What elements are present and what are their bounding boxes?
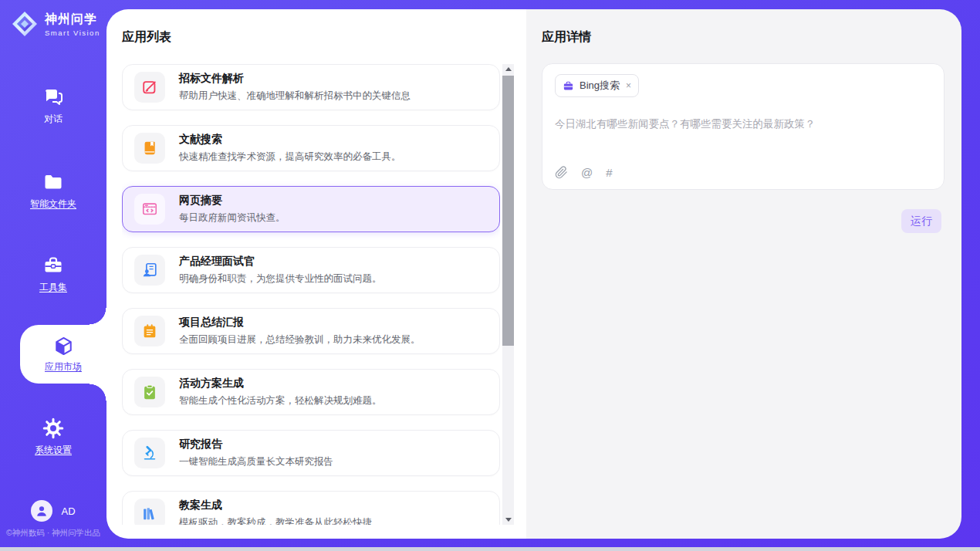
- sidebar-item-label: 应用市场: [45, 360, 82, 374]
- book-icon: [141, 140, 158, 157]
- app-name: 网页摘要: [179, 194, 286, 208]
- app-name: 研究报告: [179, 438, 333, 451]
- note-report-icon: [141, 323, 158, 340]
- list-item[interactable]: 文献搜索 快速精准查找学术资源，提高研究效率的必备工具。: [122, 125, 500, 171]
- app-detail-panel: 应用详情 Bing搜索 × 今日湖北有哪些新闻要点？有哪些需要关注的最新政策？: [526, 9, 961, 539]
- app-name: 招标文件解析: [179, 72, 411, 86]
- gear-icon: [42, 417, 64, 439]
- clipboard-check-icon: [141, 384, 158, 401]
- list-item[interactable]: 产品经理面试官 明确身份和职责，为您提供专业性的面试问题。: [122, 247, 500, 293]
- folder-icon: [42, 171, 64, 193]
- brand-subtitle: Smart Vision: [45, 29, 100, 37]
- app-description: 一键智能生成高质量长文本研究报告: [179, 455, 333, 468]
- app-list: 招标文件解析 帮助用户快速、准确地理解和解析招标书中的关键信息 文献搜索 快速精…: [122, 64, 500, 525]
- list-item[interactable]: 网页摘要 每日政府新闻资讯快查。: [122, 186, 500, 232]
- scroll-up-button[interactable]: [502, 64, 514, 74]
- list-item[interactable]: 项目总结汇报 全面回顾项目进展，总结经验教训，助力未来优化发展。: [122, 308, 500, 354]
- list-item[interactable]: 活动方案生成 智能生成个性化活动方案，轻松解决规划难题。: [122, 369, 500, 415]
- list-item[interactable]: 招标文件解析 帮助用户快速、准确地理解和解析招标书中的关键信息: [122, 64, 500, 110]
- microscope-icon: [141, 445, 158, 461]
- pen-document-icon: [141, 79, 158, 96]
- sidebar-item-label: 对话: [44, 113, 63, 126]
- interviewer-icon: [141, 262, 158, 279]
- app-list-panel: 应用列表 招标文件解析 帮助用户快速、准确地理解和解析招标书中的关键信息 文献搜…: [106, 9, 526, 539]
- app-list-title: 应用列表: [122, 29, 171, 46]
- sidebar-item-settings[interactable]: 系统设置: [0, 417, 106, 457]
- close-icon[interactable]: ×: [626, 80, 631, 91]
- sidebar-item-app-market[interactable]: 应用市场: [20, 325, 106, 384]
- user-name: AD: [61, 505, 75, 517]
- diamond-logo-icon: [11, 10, 39, 38]
- app-description: 帮助用户快速、准确地理解和解析招标书中的关键信息: [179, 90, 411, 103]
- brand-name: 神州问学: [45, 12, 100, 28]
- list-item[interactable]: 研究报告 一键智能生成高质量长文本研究报告: [122, 430, 500, 476]
- sidebar-item-smart-folder[interactable]: 智能文件夹: [0, 171, 106, 211]
- window-bottom-strip: [0, 547, 980, 551]
- paperclip-icon[interactable]: [555, 166, 568, 179]
- sidebar-item-chat[interactable]: 对话: [0, 86, 106, 126]
- app-description: 模板驱动，教案秒成，教学准备从此轻松快捷: [179, 516, 372, 525]
- app-name: 活动方案生成: [179, 377, 382, 390]
- app-name: 文献搜索: [179, 133, 401, 147]
- run-button[interactable]: 运行: [901, 209, 941, 233]
- chat-icon: [42, 86, 64, 108]
- app-name: 项目总结汇报: [179, 316, 421, 330]
- scrollbar[interactable]: [502, 64, 514, 525]
- hash-icon[interactable]: #: [606, 167, 612, 178]
- mention-icon[interactable]: @: [581, 167, 593, 178]
- brand-logo: 神州问学 Smart Vision: [11, 10, 100, 38]
- app-description: 每日政府新闻资讯快查。: [179, 211, 286, 225]
- copyright-text: ©神州数码 · 神州问学出品: [6, 528, 100, 539]
- app-description: 全面回顾项目进展，总结经验教训，助力未来优化发展。: [179, 333, 421, 346]
- user-account[interactable]: AD: [0, 500, 106, 522]
- sidebar-item-label: 工具集: [39, 281, 67, 294]
- tool-chip-bing-search[interactable]: Bing搜索 ×: [555, 74, 639, 97]
- prompt-composer[interactable]: Bing搜索 × 今日湖北有哪些新闻要点？有哪些需要关注的最新政策？ @ #: [542, 63, 945, 190]
- sidebar-item-toolset[interactable]: 工具集: [0, 255, 106, 294]
- composer-toolbar: @ #: [555, 166, 613, 179]
- sidebar-item-label: 系统设置: [35, 444, 72, 457]
- books-icon: [141, 505, 158, 522]
- toolbox-icon: [42, 255, 64, 276]
- prompt-text-input[interactable]: 今日湖北有哪些新闻要点？有哪些需要关注的最新政策？: [555, 117, 931, 131]
- app-detail-title: 应用详情: [542, 29, 591, 46]
- briefcase-icon: [563, 80, 574, 92]
- sidebar-item-label: 智能文件夹: [30, 198, 76, 211]
- app-description: 明确身份和职责，为您提供专业性的面试问题。: [179, 272, 382, 286]
- list-item[interactable]: 教案生成 模板驱动，教案秒成，教学准备从此轻松快捷: [122, 491, 500, 525]
- cube-icon: [53, 336, 74, 357]
- sidebar: 神州问学 Smart Vision 对话 智能文件夹: [0, 0, 106, 547]
- app-description: 智能生成个性化活动方案，轻松解决规划难题。: [179, 394, 382, 407]
- app-name: 产品经理面试官: [179, 255, 382, 269]
- scroll-down-button[interactable]: [502, 515, 514, 525]
- avatar: [31, 500, 52, 522]
- browser-code-icon: [141, 201, 158, 218]
- scrollbar-thumb[interactable]: [502, 76, 514, 346]
- main-content: 应用列表 招标文件解析 帮助用户快速、准确地理解和解析招标书中的关键信息 文献搜…: [106, 9, 961, 539]
- app-description: 快速精准查找学术资源，提高研究效率的必备工具。: [179, 150, 401, 164]
- tool-chip-label: Bing搜索: [580, 79, 620, 93]
- app-name: 教案生成: [179, 499, 372, 512]
